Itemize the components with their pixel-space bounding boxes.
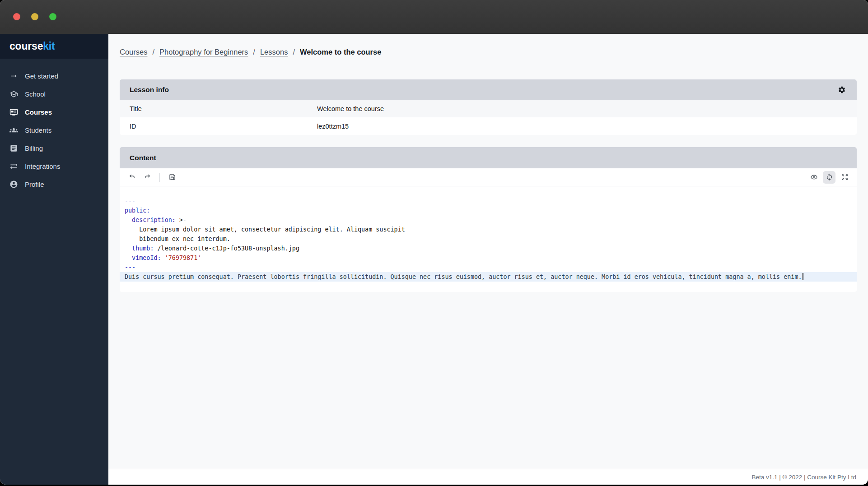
lesson-info-panel: Lesson info Title Welcome to the course … <box>120 79 857 135</box>
lesson-info-title: Lesson info <box>130 86 169 94</box>
redo-button[interactable] <box>141 171 154 184</box>
sidebar-item-label: School <box>25 90 46 98</box>
sync-icon <box>826 173 833 181</box>
window-controls <box>13 13 56 20</box>
sidebar-item-billing[interactable]: Billing <box>0 139 108 157</box>
breadcrumb-link-courses[interactable]: Courses <box>120 47 147 57</box>
app-window: coursekit Get started School <box>0 0 868 485</box>
yaml-delimiter: --- <box>125 198 135 204</box>
sidebar-item-label: Profile <box>25 181 44 188</box>
row-label: Title <box>130 105 317 112</box>
toolbar-divider <box>159 173 160 182</box>
sidebar-item-students[interactable]: Students <box>0 121 108 139</box>
toolbar-left-group <box>126 171 178 184</box>
yaml-value: /leonard-cotte-c1Jp-fo53U8-unsplash.jpg <box>154 245 299 252</box>
save-icon <box>168 173 176 181</box>
preview-eye-icon <box>810 173 818 181</box>
courses-card-icon <box>9 108 18 116</box>
minimize-button[interactable] <box>31 13 38 20</box>
sidebar-item-label: Integrations <box>25 162 60 170</box>
yaml-key: thumb: <box>125 245 154 252</box>
row-value: lez0ttzm15 <box>317 123 847 130</box>
code-line: description: >- <box>125 215 851 225</box>
markdown-body-text: Duis cursus pretium consequat. Praesent … <box>125 273 802 280</box>
active-code-line: Duis cursus pretium consequat. Praesent … <box>120 272 857 282</box>
table-row: Title Welcome to the course <box>120 100 857 117</box>
redo-icon <box>144 173 151 181</box>
code-line: public: <box>125 206 851 215</box>
content-header: Content <box>120 147 857 168</box>
sidebar-item-courses[interactable]: Courses <box>0 103 108 121</box>
breadcrumb-separator: / <box>152 47 154 57</box>
code-line: bibendum ex nec interdum. <box>125 234 851 244</box>
app-body: coursekit Get started School <box>0 34 868 485</box>
fullscreen-button[interactable] <box>838 171 851 184</box>
sync-button[interactable] <box>823 171 835 184</box>
breadcrumb-current-page: Welcome to the course <box>300 47 381 57</box>
sidebar-item-label: Billing <box>25 144 43 152</box>
preview-button[interactable] <box>807 171 820 184</box>
logo-text-accent: kit <box>43 40 55 52</box>
app-logo[interactable]: coursekit <box>0 34 108 59</box>
billing-list-icon <box>9 144 18 153</box>
yaml-key: public: <box>125 207 150 214</box>
undo-button[interactable] <box>126 171 138 184</box>
row-value: Welcome to the course <box>317 105 847 112</box>
breadcrumb-separator: / <box>293 47 295 57</box>
integrations-arrows-icon <box>9 162 18 171</box>
breadcrumb-separator: / <box>253 47 255 57</box>
profile-icon <box>9 180 18 189</box>
yaml-key: vimeoId: <box>125 255 161 261</box>
lesson-settings-button[interactable] <box>837 85 847 95</box>
yaml-delimiter: --- <box>125 264 135 271</box>
lesson-info-header: Lesson info <box>120 79 857 100</box>
content-title: Content <box>130 154 156 162</box>
save-button[interactable] <box>166 171 178 184</box>
yaml-text: Lorem ipsum dolor sit amet, consectetur … <box>125 226 405 233</box>
yaml-string-value: '76979871' <box>161 255 201 261</box>
zoom-button[interactable] <box>49 13 56 20</box>
toolbar-right-group <box>807 171 851 184</box>
sidebar-item-profile[interactable]: Profile <box>0 175 108 193</box>
sidebar-item-label: Courses <box>25 108 52 116</box>
fullscreen-icon <box>841 173 849 181</box>
text-cursor <box>803 273 803 280</box>
breadcrumb: Courses / Photography for Beginners / Le… <box>120 47 857 57</box>
sidebar-item-get-started[interactable]: Get started <box>0 67 108 85</box>
arrow-right-icon <box>9 72 18 80</box>
row-label: ID <box>130 123 317 130</box>
sidebar-item-label: Get started <box>25 72 58 80</box>
code-line: vimeoId: '76979871' <box>125 253 851 263</box>
yaml-key: description: <box>125 217 176 223</box>
yaml-text: bibendum ex nec interdum. <box>125 236 230 242</box>
sidebar-item-school[interactable]: School <box>0 85 108 103</box>
sidebar-item-label: Students <box>25 126 51 134</box>
window-titlebar <box>0 0 868 34</box>
code-line: --- <box>125 263 851 272</box>
content-panel: Content <box>120 147 857 292</box>
content-spacer <box>120 292 857 469</box>
screen: coursekit Get started School <box>0 0 868 486</box>
school-icon <box>9 90 18 98</box>
undo-icon <box>128 173 136 181</box>
sidebar: coursekit Get started School <box>0 34 108 485</box>
breadcrumb-link-course-name[interactable]: Photography for Beginners <box>159 47 248 57</box>
gear-icon <box>838 86 846 94</box>
sidebar-item-integrations[interactable]: Integrations <box>0 157 108 175</box>
footer: Beta v1.1 | © 2022 | Course Kit Pty Ltd <box>108 469 868 485</box>
code-line: --- <box>125 196 851 206</box>
main-content: Courses / Photography for Beginners / Le… <box>108 34 868 485</box>
sidebar-nav: Get started School Courses <box>0 59 108 193</box>
breadcrumb-link-lessons[interactable]: Lessons <box>260 47 288 57</box>
students-group-icon <box>9 126 18 134</box>
close-button[interactable] <box>13 13 20 20</box>
yaml-block-scalar: >- <box>176 217 187 223</box>
table-row: ID lez0ttzm15 <box>120 117 857 135</box>
editor-toolbar <box>120 168 857 186</box>
footer-text: Beta v1.1 | © 2022 | Course Kit Pty Ltd <box>751 474 856 481</box>
code-line: thumb: /leonard-cotte-c1Jp-fo53U8-unspla… <box>125 244 851 253</box>
code-line: Lorem ipsum dolor sit amet, consectetur … <box>125 225 851 234</box>
logo-text-primary: course <box>9 40 43 52</box>
content-code-editor[interactable]: --- public: description: >- Lorem ipsum … <box>120 186 857 292</box>
